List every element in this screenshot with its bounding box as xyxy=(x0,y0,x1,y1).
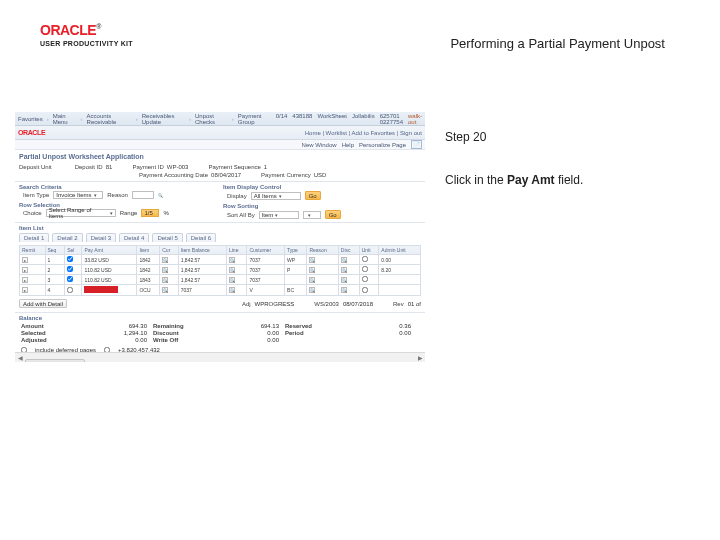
instr-suffix: field. xyxy=(555,173,584,187)
nav-main[interactable]: Main Menu xyxy=(53,113,77,125)
col-reason: Reason xyxy=(307,246,338,255)
nav-signout[interactable]: walk-out xyxy=(408,113,422,125)
tab-detail2[interactable]: Detail 2 xyxy=(52,233,82,242)
remit-icon[interactable]: ▸ xyxy=(22,287,28,293)
help-link[interactable]: Help xyxy=(342,142,354,148)
display-value: All Items xyxy=(254,193,277,199)
bal-reserved-lbl: Reserved xyxy=(285,323,345,329)
nav-r0: 0/14 xyxy=(276,113,288,125)
lookup-icon[interactable] xyxy=(229,277,235,283)
balance-grid: Amount 694.30 Remaining 694.13 Reserved … xyxy=(15,321,425,345)
lookup-icon[interactable] xyxy=(309,257,315,263)
bal-remaining-val: 694.13 xyxy=(219,323,279,329)
remit-icon[interactable]: ▸ xyxy=(22,277,28,283)
lookup-icon[interactable] xyxy=(229,287,235,293)
table-row[interactable]: ▸ 1 33.82 USD 1842 1,842.57 7037 WP 0.00 xyxy=(20,255,421,265)
display-select[interactable]: All Items xyxy=(251,192,301,200)
deposit-id-label: Deposit ID xyxy=(75,164,103,170)
item-type-select[interactable]: Invoice Items xyxy=(53,191,103,199)
remit-icon[interactable]: ▸ xyxy=(22,267,28,273)
lookup-icon[interactable] xyxy=(162,257,168,263)
sel-checkbox[interactable] xyxy=(67,256,73,262)
sort-dir-select[interactable] xyxy=(303,211,321,219)
unit-checkbox[interactable] xyxy=(362,276,368,282)
reason-label: Reason xyxy=(107,192,128,198)
lookup-icon[interactable] xyxy=(309,287,315,293)
step-label: Step 20 xyxy=(445,130,486,144)
display-go-button[interactable]: Go xyxy=(305,191,321,200)
sel-checkbox[interactable] xyxy=(67,287,73,293)
col-itembal: Item Balance xyxy=(178,246,226,255)
wsdate-value: 08/07/2018 xyxy=(343,301,373,307)
cell-payamt[interactable]: 33.82 USD xyxy=(82,255,137,265)
horizontal-scrollbar[interactable]: ◀ ▶ xyxy=(15,352,425,362)
util-bar: New Window Help Personalize Page 📄 xyxy=(15,140,425,150)
scroll-left-arrow-icon[interactable]: ◀ xyxy=(15,353,25,363)
table-row-highlighted[interactable]: ▸ 4 OCU 7037 V BC xyxy=(20,285,421,296)
pay-amt-field-target[interactable] xyxy=(82,285,137,296)
tab-detail4[interactable]: Detail 4 xyxy=(119,233,149,242)
lookup-icon[interactable] xyxy=(309,267,315,273)
brand-subtitle: USER PRODUCTIVITY KIT xyxy=(40,40,133,47)
adj-label: Adj xyxy=(242,301,251,307)
bal-writeoff-lbl: Write Off xyxy=(153,337,213,343)
nav-favorites[interactable]: Favorites xyxy=(18,116,43,122)
cell-payamt[interactable]: 110.82 USD xyxy=(82,275,137,285)
lookup-icon[interactable] xyxy=(162,287,168,293)
tab-detail3[interactable]: Detail 3 xyxy=(86,233,116,242)
lookup-icon[interactable] xyxy=(341,287,347,293)
unit-checkbox[interactable] xyxy=(362,287,368,293)
nav-payment-group[interactable]: Payment Group xyxy=(238,113,272,125)
sel-checkbox[interactable] xyxy=(67,266,73,272)
tab-detail6[interactable]: Detail 6 xyxy=(186,233,216,242)
acct-date-value: 08/04/2017 xyxy=(211,172,241,178)
reason-field[interactable] xyxy=(132,191,154,199)
nav-right: 0/14 438188 WorkSheet Jollabilis 625701 … xyxy=(276,113,422,125)
rev-value: 01 of xyxy=(408,301,421,307)
scroll-right-arrow-icon[interactable]: ▶ xyxy=(415,353,425,363)
lookup-icon[interactable] xyxy=(341,257,347,263)
table-row[interactable]: ▸ 2 110.82 USD 1842 1,842.57 7037 P 8.20 xyxy=(20,265,421,275)
search-criteria: Search Criteria Item Type Invoice Items … xyxy=(19,184,217,220)
cell-cust: V xyxy=(247,285,285,296)
lookup-icon[interactable] xyxy=(229,267,235,273)
range-field[interactable]: 1/5 xyxy=(141,209,159,217)
tab-detail1[interactable]: Detail 1 xyxy=(19,233,49,242)
lookup-icon[interactable] xyxy=(341,267,347,273)
nav-recv-update[interactable]: Receivables Update xyxy=(142,113,185,125)
sort-by-select[interactable]: Item xyxy=(259,211,299,219)
cell-payamt[interactable]: 110.82 USD xyxy=(82,265,137,275)
table-row[interactable]: ▸ 3 110.82 USD 1843 1,842.57 7037 xyxy=(20,275,421,285)
bal-discount-val: 0.00 xyxy=(219,330,279,336)
lookup-icon[interactable] xyxy=(309,277,315,283)
cell-item: 1842 xyxy=(137,255,160,265)
item-list-tabs: Detail 1 Detail 2 Detail 3 Detail 4 Deta… xyxy=(15,231,425,244)
header-row-1: Deposit Unit Deposit ID 81 Payment ID WP… xyxy=(15,163,425,171)
nav-ar[interactable]: Accounts Receivable xyxy=(87,113,132,125)
range-label: Range xyxy=(120,210,138,216)
unit-checkbox[interactable] xyxy=(362,256,368,262)
unit-checkbox[interactable] xyxy=(362,266,368,272)
tab-detail5[interactable]: Detail 5 xyxy=(152,233,182,242)
col-item: Item xyxy=(137,246,160,255)
sel-checkbox[interactable] xyxy=(67,276,73,282)
reason-lookup-icon[interactable] xyxy=(158,192,163,198)
cell-item: 1842 xyxy=(137,265,160,275)
sort-go-button[interactable]: Go xyxy=(325,210,341,219)
display-label: Display xyxy=(227,193,247,199)
lookup-icon[interactable] xyxy=(162,267,168,273)
col-cur: Cur xyxy=(160,246,178,255)
choice-select[interactable]: Select Range of Items xyxy=(46,209,116,217)
remit-icon[interactable]: ▸ xyxy=(22,257,28,263)
oracle-bar: ORACLE Home | Worklist | Add to Favorite… xyxy=(15,126,425,140)
lookup-icon[interactable] xyxy=(341,277,347,283)
nav-unpost[interactable]: Unpost Checks xyxy=(195,113,228,125)
lookup-icon[interactable] xyxy=(229,257,235,263)
new-window-link[interactable]: New Window xyxy=(302,142,337,148)
add-with-detail-button[interactable]: Add with Detail xyxy=(19,299,67,308)
choice-value: Select Range of Items xyxy=(49,207,108,219)
cell-bal: 1,842.57 xyxy=(178,275,226,285)
scroll-thumb[interactable] xyxy=(25,359,85,363)
lookup-icon[interactable] xyxy=(162,277,168,283)
personalize-link[interactable]: Personalize Page xyxy=(359,142,406,148)
